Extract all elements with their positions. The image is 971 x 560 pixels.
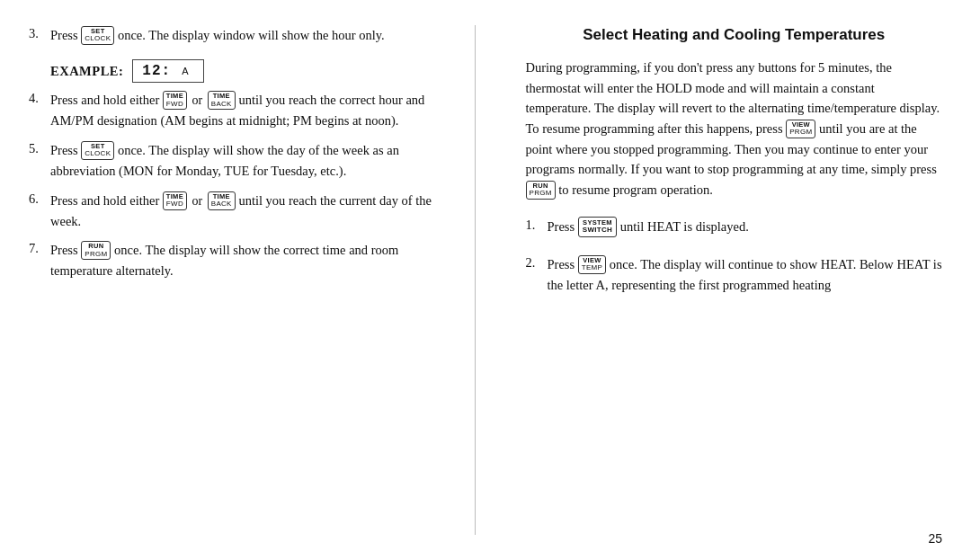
right-para-1: During programming, if you don't press a…: [526, 58, 943, 200]
right-para-1-text-c: to resume program operation.: [558, 182, 713, 197]
time-fwd-button-1[interactable]: TIME FWD: [163, 91, 187, 110]
step-7-body: Press RUN PRGM once. The display will sh…: [50, 240, 446, 281]
time-back-button-1[interactable]: TIME BACK: [208, 91, 236, 110]
page: 3. Press SET CLOCK once. The display win…: [0, 0, 971, 560]
step-7-num: 7.: [29, 240, 50, 256]
step-7: 7. Press RUN PRGM once. The display will…: [29, 240, 446, 281]
right-step-1-num: 1.: [526, 217, 548, 233]
step-3-num: 3.: [29, 25, 50, 41]
step-5-body: Press SET CLOCK once. The display will s…: [50, 140, 446, 182]
page-number: 25: [928, 531, 942, 546]
set-clock-button-1[interactable]: SET CLOCK: [81, 26, 114, 45]
time-back-button-2[interactable]: TIME BACK: [208, 191, 236, 210]
step-4-text-a: Press and hold either: [50, 93, 163, 107]
or-text-1: or: [192, 93, 206, 107]
step-3-press: Press: [50, 28, 81, 42]
run-prgm-button-2[interactable]: RUN PRGM: [526, 181, 556, 200]
column-divider: [475, 25, 476, 535]
example-sub: A: [182, 66, 189, 76]
example-value: 12:: [142, 63, 171, 79]
step-3: 3. Press SET CLOCK once. The display win…: [29, 25, 446, 46]
step-5: 5. Press SET CLOCK once. The display wil…: [29, 140, 446, 182]
or-text-2: or: [192, 194, 206, 208]
right-step-1: 1. Press SYSTEM SWITCH until HEAT is dis…: [526, 217, 943, 238]
right-step-1-body: Press SYSTEM SWITCH until HEAT is displa…: [548, 217, 943, 238]
example-line: EXAMPLE: 12: A: [50, 59, 446, 83]
view-temp-button[interactable]: VIEW TEMP: [578, 255, 606, 274]
right-step-2: 2. Press VIEW TEMP once. The display wil…: [526, 254, 943, 296]
step-5-num: 5.: [29, 140, 50, 156]
step-4-num: 4.: [29, 90, 50, 106]
example-display: 12: A: [132, 59, 204, 83]
system-switch-button[interactable]: SYSTEM SWITCH: [578, 217, 617, 237]
view-prgm-button[interactable]: VIEW PRGM: [786, 120, 815, 138]
right-step-2-press: Press: [548, 257, 578, 271]
step-6: 6. Press and hold either TIME FWD or TIM…: [29, 191, 446, 232]
step-3-text: once. The display window will show the h…: [118, 28, 385, 42]
step-3-body: Press SET CLOCK once. The display window…: [50, 25, 446, 46]
set-clock-button-2[interactable]: SET CLOCK: [81, 141, 114, 160]
left-column: 3. Press SET CLOCK once. The display win…: [29, 25, 446, 535]
step-5-press: Press: [50, 143, 81, 157]
run-prgm-button-1[interactable]: RUN PRGM: [81, 241, 111, 260]
example-label: EXAMPLE:: [50, 64, 123, 79]
right-step-2-body: Press VIEW TEMP once. The display will c…: [548, 254, 943, 296]
step-7-press: Press: [50, 243, 81, 257]
right-step-2-num: 2.: [526, 254, 548, 271]
step-6-text-a: Press and hold either: [50, 193, 163, 208]
time-fwd-button-2[interactable]: TIME FWD: [163, 191, 187, 210]
section-title: Select Heating and Cooling Temperatures: [526, 25, 943, 45]
right-step-1-press: Press: [548, 219, 578, 234]
right-step-1-text: until HEAT is displayed.: [620, 219, 749, 234]
right-column: Select Heating and Cooling Temperatures …: [504, 25, 943, 535]
step-4: 4. Press and hold either TIME FWD or TIM…: [29, 90, 446, 131]
step-6-num: 6.: [29, 191, 50, 207]
step-6-body: Press and hold either TIME FWD or TIME B…: [50, 191, 446, 232]
step-4-body: Press and hold either TIME FWD or TIME B…: [50, 90, 446, 131]
right-step-2-text: once. The display will continue to show …: [548, 257, 942, 292]
